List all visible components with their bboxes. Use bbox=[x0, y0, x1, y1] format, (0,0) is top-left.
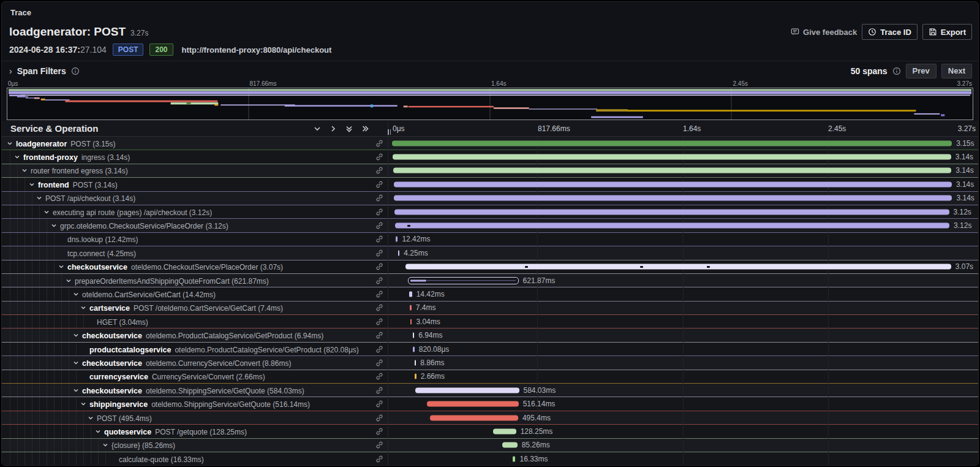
span-link-icon[interactable] bbox=[375, 386, 383, 394]
span-bar[interactable] bbox=[398, 250, 400, 256]
span-bar[interactable] bbox=[410, 319, 412, 324]
span-link-icon[interactable] bbox=[375, 153, 383, 161]
collapse-chevron-icon[interactable] bbox=[80, 401, 86, 407]
span-link-icon[interactable] bbox=[375, 317, 383, 325]
expand-one-icon[interactable] bbox=[329, 124, 337, 133]
span-link-icon[interactable] bbox=[375, 332, 383, 340]
span-bar[interactable] bbox=[415, 387, 519, 393]
collapse-chevron-icon[interactable] bbox=[7, 140, 13, 146]
span-link-icon[interactable] bbox=[375, 194, 383, 202]
info-icon[interactable] bbox=[71, 67, 80, 75]
span-link-icon[interactable] bbox=[375, 208, 383, 216]
span-bar[interactable] bbox=[393, 168, 951, 173]
span-bar[interactable] bbox=[396, 237, 398, 242]
span-bar[interactable] bbox=[415, 374, 417, 379]
span-link-icon[interactable] bbox=[375, 455, 383, 463]
span-bar[interactable] bbox=[392, 140, 952, 146]
pane-divider[interactable] bbox=[388, 137, 388, 466]
span-row[interactable]: frontend-proxyingress (3.14s)3.14s bbox=[2, 150, 978, 164]
span-row[interactable]: productcatalogserviceoteldemo.ProductCat… bbox=[2, 343, 978, 356]
trace-id-button[interactable]: Trace ID bbox=[862, 24, 918, 40]
span-link-icon[interactable] bbox=[375, 222, 383, 230]
give-feedback-link[interactable]: Give feedback bbox=[791, 28, 857, 37]
span-link-icon[interactable] bbox=[375, 276, 383, 284]
span-link-icon[interactable] bbox=[375, 249, 383, 257]
collapse-one-icon[interactable] bbox=[313, 124, 322, 133]
span-row[interactable]: oteldemo.CartService/GetCart (14.42ms)14… bbox=[2, 287, 978, 301]
span-row[interactable]: loadgeneratorPOST (3.15s)3.15s bbox=[2, 137, 978, 150]
trace-minimap[interactable]: 0μs817.66ms1.64s2.45s3.27s bbox=[7, 80, 973, 121]
span-link-icon[interactable] bbox=[375, 414, 383, 422]
span-link-icon[interactable] bbox=[375, 359, 383, 366]
collapse-chevron-icon[interactable] bbox=[51, 222, 57, 229]
next-button[interactable]: Next bbox=[941, 64, 972, 78]
span-link-icon[interactable] bbox=[375, 167, 383, 175]
span-link-icon[interactable] bbox=[375, 139, 383, 147]
span-row[interactable]: POST (495.4ms)495.4ms bbox=[2, 411, 978, 425]
span-bar[interactable] bbox=[427, 401, 519, 407]
span-link-icon[interactable] bbox=[375, 427, 383, 435]
collapse-chevron-icon[interactable] bbox=[58, 264, 64, 270]
span-bar[interactable] bbox=[409, 291, 412, 297]
collapse-chevron-icon[interactable] bbox=[95, 428, 101, 435]
span-bar[interactable] bbox=[394, 196, 952, 201]
collapse-chevron-icon[interactable] bbox=[66, 278, 72, 284]
span-bar[interactable] bbox=[493, 428, 516, 434]
span-link-icon[interactable] bbox=[375, 235, 383, 243]
span-bar[interactable] bbox=[430, 415, 518, 420]
span-bar[interactable] bbox=[513, 456, 516, 461]
collapse-all-icon[interactable] bbox=[345, 124, 353, 133]
span-bar[interactable] bbox=[413, 346, 415, 352]
span-row[interactable]: executing api route (pages) /api/checkou… bbox=[2, 205, 978, 219]
span-link-icon[interactable] bbox=[375, 373, 383, 381]
collapse-chevron-icon[interactable] bbox=[14, 154, 20, 160]
collapse-chevron-icon[interactable] bbox=[36, 195, 42, 201]
span-row[interactable]: checkoutserviceoteldemo.ShippingService/… bbox=[2, 384, 978, 397]
span-filters-toggle[interactable]: › Span Filters bbox=[9, 66, 80, 76]
span-row[interactable]: HGET (3.04ms)3.04ms bbox=[2, 315, 978, 328]
info-icon[interactable] bbox=[892, 67, 901, 75]
collapse-chevron-icon[interactable] bbox=[73, 387, 79, 393]
span-bar[interactable] bbox=[502, 442, 518, 448]
span-bar[interactable] bbox=[408, 277, 518, 284]
minimap-viewport[interactable] bbox=[7, 88, 973, 120]
collapse-chevron-icon[interactable] bbox=[73, 360, 79, 366]
span-row[interactable]: quoteservicePOST /getquote (128.25ms)128… bbox=[2, 425, 978, 438]
span-row[interactable]: checkoutserviceoteldemo.ProductCatalogSe… bbox=[2, 328, 978, 342]
span-row[interactable]: POST /api/checkout (3.14s)3.14s bbox=[2, 192, 978, 205]
collapse-chevron-icon[interactable] bbox=[88, 415, 94, 421]
span-row[interactable]: dns.lookup (12.42ms)12.42ms bbox=[2, 233, 978, 246]
span-row[interactable]: shippingserviceoteldemo.ShippingService/… bbox=[2, 397, 978, 411]
span-link-icon[interactable] bbox=[375, 345, 383, 353]
collapse-chevron-icon[interactable] bbox=[29, 181, 35, 188]
span-row[interactable]: frontendPOST (3.14s)3.14s bbox=[2, 178, 978, 191]
span-link-icon[interactable] bbox=[375, 180, 383, 188]
span-bar[interactable] bbox=[415, 360, 417, 365]
collapse-chevron-icon[interactable] bbox=[80, 305, 86, 311]
prev-button[interactable]: Prev bbox=[906, 64, 937, 78]
span-bar[interactable] bbox=[393, 154, 951, 160]
span-row[interactable]: router frontend egress (3.14s)3.14s bbox=[2, 164, 978, 178]
span-bar[interactable] bbox=[395, 223, 949, 229]
pane-resizer-handle[interactable] bbox=[388, 129, 391, 135]
span-row[interactable]: {closure} (85.26ms)85.26ms bbox=[2, 439, 978, 452]
expand-all-icon[interactable] bbox=[361, 124, 369, 133]
collapse-chevron-icon[interactable] bbox=[73, 291, 79, 297]
export-button[interactable]: Export bbox=[922, 24, 972, 40]
span-row[interactable]: calculate-quote (16.33ms)16.33ms bbox=[2, 452, 978, 466]
collapse-chevron-icon[interactable] bbox=[73, 332, 79, 338]
span-link-icon[interactable] bbox=[375, 441, 383, 449]
span-bar[interactable] bbox=[410, 305, 412, 311]
span-bar[interactable] bbox=[394, 209, 949, 215]
span-row[interactable]: prepareOrderItemsAndShippingQuoteFromCar… bbox=[2, 274, 978, 287]
span-link-icon[interactable] bbox=[375, 263, 383, 271]
span-bar[interactable] bbox=[413, 333, 415, 338]
span-row[interactable]: checkoutserviceoteldemo.CurrencyService/… bbox=[2, 356, 978, 370]
collapse-chevron-icon[interactable] bbox=[43, 209, 50, 215]
span-bar[interactable] bbox=[405, 264, 951, 270]
span-link-icon[interactable] bbox=[375, 400, 383, 408]
span-link-icon[interactable] bbox=[375, 304, 383, 312]
span-bar[interactable] bbox=[394, 181, 952, 187]
span-link-icon[interactable] bbox=[375, 290, 383, 298]
span-row[interactable]: tcp.connect (4.25ms)4.25ms bbox=[2, 246, 978, 260]
